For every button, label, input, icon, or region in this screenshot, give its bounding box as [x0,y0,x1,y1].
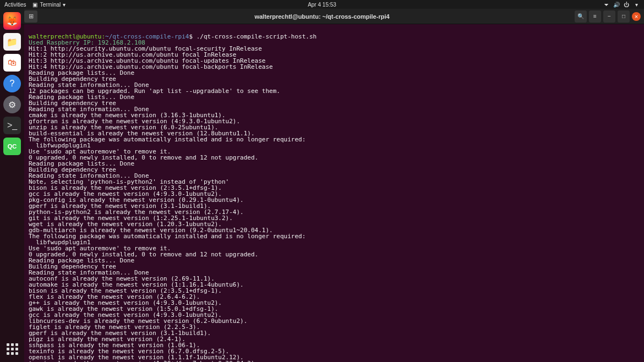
terminal-output: Hit:1 http://security.ubuntu.com/ubuntu … [29,45,305,362]
maximize-button[interactable]: □ [618,10,630,23]
dock-software[interactable]: 🛍 [3,54,21,72]
search-button[interactable]: 🔍 [575,10,587,23]
terminal-content[interactable]: walterprechtl@ubuntu:~/qt-cross-compile-… [24,24,644,362]
clock[interactable]: Apr 4 15:53 [308,2,336,8]
network-icon[interactable]: ⏷ [603,1,610,8]
terminal-app-icon: ▣ [32,2,37,8]
dock-settings[interactable]: ⚙ [3,96,21,113]
menu-button[interactable]: ≡ [589,10,601,23]
terminal-titlebar: ⊞ walterprechtl@ubuntu: ~/qt-cross-compi… [0,9,644,24]
dock: 🦊 📁 🛍 ? ⚙ >_ QC [0,9,24,362]
search-icon: 🔍 [577,13,584,19]
volume-icon[interactable]: 🔊 [613,1,620,8]
power-icon[interactable]: ⏻ [623,1,630,8]
terminal-icon: >_ [7,120,17,130]
terminal-menu[interactable]: ▣ Terminal ▾ [32,2,66,8]
dock-files[interactable]: 📁 [3,33,21,51]
show-applications-button[interactable] [3,340,21,358]
dock-help[interactable]: ? [3,75,21,92]
prompt-command: ./qt-cross-compile-script-host.sh [197,33,317,40]
dock-qtcreator[interactable]: QC [3,138,21,155]
hamburger-icon: ≡ [593,13,597,19]
gnome-topbar: Activities ▣ Terminal ▾ Apr 4 15:53 ⏷ 🔊 … [0,0,644,9]
dock-firefox[interactable]: 🦊 [3,12,21,30]
minimize-button[interactable]: − [603,10,615,23]
activities-button[interactable]: Activities [4,2,26,8]
dock-terminal[interactable]: >_ [3,117,21,134]
terminal-menu-label: Terminal [40,2,61,8]
chevron-down-icon[interactable]: ▾ [633,1,640,8]
window-title: walterprechtl@ubuntu: ~/qt-cross-compile… [254,13,389,20]
close-button[interactable]: × [632,12,641,21]
chevron-down-icon: ▾ [63,2,66,8]
new-tab-button[interactable]: ⊞ [24,10,37,23]
